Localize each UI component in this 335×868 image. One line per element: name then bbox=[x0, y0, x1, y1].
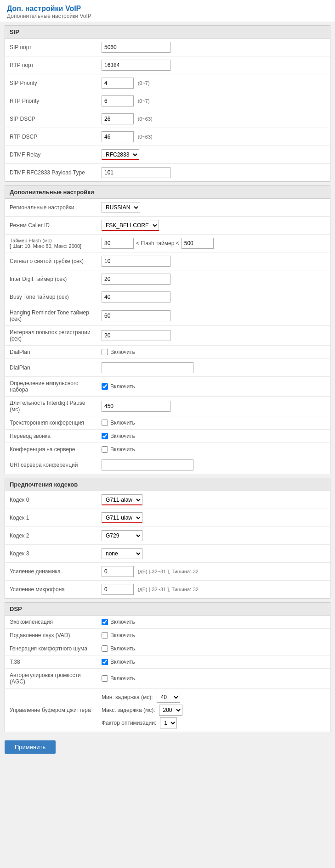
jitter-buffer-row: Управление буфером джиттера Мин. задержк… bbox=[5, 689, 330, 732]
speaker-gain-hint: (дБ) [-32~31 ], Тишина:-32 bbox=[138, 569, 199, 574]
sip-dscp-cell: (0~63) bbox=[97, 110, 330, 128]
dialplan-checkbox[interactable] bbox=[102, 349, 108, 355]
vad-checkbox[interactable] bbox=[102, 632, 108, 638]
echo-cancel-row: Эхокомпенсация Включить bbox=[5, 616, 330, 629]
codec3-select[interactable]: G711-alaw G711-ulaw G729 G722 none bbox=[102, 548, 142, 559]
rtp-dscp-cell: (0~63) bbox=[97, 128, 330, 146]
comfort-noise-label: Генерация комфортного шума bbox=[5, 642, 97, 655]
sip-section: SIP SIP порт RTP порт SIP Priority (0~7)… bbox=[5, 25, 330, 182]
call-transfer-checkbox[interactable] bbox=[102, 433, 108, 439]
jitter-buffer-cell: Мин. задержка (мс): 20 40 60 80 100 Макс… bbox=[97, 689, 330, 732]
caller-id-select[interactable]: FSK_BELLCORE DTMF FSK_V23 bbox=[102, 220, 159, 231]
dtmf-relay-select[interactable]: RFC2833 InBand SIP INFO bbox=[102, 149, 139, 160]
codec1-select[interactable]: G711-alaw G711-ulaw G729 G722 none bbox=[102, 512, 142, 523]
vad-container: Включить bbox=[102, 632, 325, 638]
sip-dscp-input[interactable] bbox=[102, 113, 134, 124]
codec0-row: Кодек 0 G711-alaw G711-ulaw G729 G722 no… bbox=[5, 491, 330, 509]
flash-timer-min-input[interactable] bbox=[102, 238, 134, 249]
jitter-max-label: Макс. задержка (мс): bbox=[102, 707, 155, 713]
t38-checkbox[interactable] bbox=[102, 659, 108, 665]
apply-button[interactable]: Применить bbox=[5, 740, 56, 754]
interdigit-timer-input[interactable] bbox=[102, 274, 170, 285]
dialplan-check-container: Включить bbox=[102, 349, 325, 355]
jitter-buffer-label: Управление буфером джиттера bbox=[5, 689, 97, 732]
pulse-dial-checkbox[interactable] bbox=[102, 383, 108, 390]
server-conf-label: Конференция на сервере bbox=[5, 443, 97, 456]
jitter-max-select[interactable]: 100 150 200 250 300 bbox=[159, 705, 182, 716]
vad-cell: Включить bbox=[97, 629, 330, 642]
codec0-cell: G711-alaw G711-ulaw G729 G722 none bbox=[97, 491, 330, 509]
codec0-select[interactable]: G711-alaw G711-ulaw G729 G722 none bbox=[102, 494, 142, 505]
rtp-port-label: RTP порт bbox=[5, 56, 97, 74]
rtp-priority-row: RTP Priority (0~7) bbox=[5, 92, 330, 110]
busy-tone-label: Busy Tone таймер (сек) bbox=[5, 288, 97, 306]
sip-port-input[interactable] bbox=[102, 42, 170, 53]
agc-checkbox[interactable] bbox=[102, 675, 108, 682]
comfort-noise-text: Включить bbox=[110, 645, 135, 652]
jitter-factor-label: Фактор оптимизации: bbox=[102, 720, 156, 726]
codec1-row: Кодек 1 G711-alaw G711-ulaw G729 G722 no… bbox=[5, 509, 330, 527]
interdigit-pause-row: Длительность Interdigit Pause (мс) bbox=[5, 397, 330, 416]
flash-timer-inputs: < Flash таймер < bbox=[102, 238, 325, 249]
three-way-checkbox[interactable] bbox=[102, 420, 108, 426]
sip-dscp-row: SIP DSCP (0~63) bbox=[5, 110, 330, 128]
dtmf-relay-row: DTMF Relay RFC2833 InBand SIP INFO bbox=[5, 146, 330, 164]
pulse-dial-cell: Включить bbox=[97, 377, 330, 397]
reg-retry-cell bbox=[97, 326, 330, 346]
offhook-signal-input[interactable] bbox=[102, 256, 170, 267]
interdigit-pause-input[interactable] bbox=[102, 401, 170, 412]
regional-cell: RUSSIAN USA EUROPE bbox=[97, 199, 330, 217]
dtmf-payload-input[interactable] bbox=[102, 167, 170, 178]
echo-cancel-container: Включить bbox=[102, 619, 325, 625]
offhook-signal-label: Сигнал о снятой трубке (сек) bbox=[5, 252, 97, 270]
page-title: Доп. настройки VoIP bbox=[7, 5, 328, 13]
t38-cell: Включить bbox=[97, 655, 330, 669]
hanging-reminder-input[interactable] bbox=[102, 310, 170, 321]
regional-select[interactable]: RUSSIAN USA EUROPE bbox=[102, 202, 140, 213]
vad-text: Включить bbox=[110, 632, 135, 638]
codec2-select[interactable]: G711-alaw G711-ulaw G729 G722 none bbox=[102, 530, 142, 541]
mic-gain-row: Усиление микрофона (дБ) [-32~31 ], Тишин… bbox=[5, 581, 330, 599]
hanging-reminder-cell bbox=[97, 306, 330, 326]
mic-gain-label: Усиление микрофона bbox=[5, 581, 97, 599]
regional-label: Региональные настройки bbox=[5, 199, 97, 217]
codec0-label: Кодек 0 bbox=[5, 491, 97, 509]
speaker-gain-cell: (дБ) [-32~31 ], Тишина:-32 bbox=[97, 563, 330, 581]
conf-uri-row: URI сервера конференций bbox=[5, 456, 330, 474]
codec3-row: Кодек 3 G711-alaw G711-ulaw G729 G722 no… bbox=[5, 545, 330, 563]
sip-priority-row: SIP Priority (0~7) bbox=[5, 74, 330, 92]
pulse-dial-container: Включить bbox=[102, 383, 325, 390]
codec3-label: Кодек 3 bbox=[5, 545, 97, 563]
mic-gain-input[interactable] bbox=[102, 584, 134, 595]
sip-priority-input[interactable] bbox=[102, 78, 134, 89]
rtp-port-input[interactable] bbox=[102, 60, 170, 71]
reg-retry-row: Интервал попыток регистрации (сек) bbox=[5, 326, 330, 346]
sip-priority-hint: (0~7) bbox=[138, 80, 150, 86]
conf-uri-input[interactable] bbox=[102, 459, 193, 470]
additional-section: Дополнительные настройки Региональные на… bbox=[5, 185, 330, 474]
server-conf-row: Конференция на сервере Включить bbox=[5, 443, 330, 456]
server-conf-checkbox[interactable] bbox=[102, 446, 108, 453]
vad-row: Подавление пауз (VAD) Включить bbox=[5, 629, 330, 642]
reg-retry-input[interactable] bbox=[102, 330, 170, 341]
rtp-dscp-input[interactable] bbox=[102, 131, 134, 142]
call-transfer-text: Включить bbox=[110, 433, 135, 439]
dsp-section-header: DSP bbox=[5, 603, 330, 616]
hanging-reminder-label: Hanging Reminder Tone таймер (сек) bbox=[5, 306, 97, 326]
busy-tone-input[interactable] bbox=[102, 291, 170, 302]
speaker-gain-input[interactable] bbox=[102, 566, 134, 577]
jitter-min-select[interactable]: 20 40 60 80 100 bbox=[157, 692, 180, 703]
dsp-form-table: Эхокомпенсация Включить Подавление пауз … bbox=[5, 616, 330, 732]
dialplan-value-input[interactable] bbox=[102, 362, 193, 373]
mic-gain-cell: (дБ) [-32~31 ], Тишина:-32 bbox=[97, 581, 330, 599]
rtp-priority-input[interactable] bbox=[102, 95, 134, 106]
codec3-cell: G711-alaw G711-ulaw G729 G722 none bbox=[97, 545, 330, 563]
agc-label: Авторегулировка громкости (AGC) bbox=[5, 669, 97, 689]
echo-cancel-checkbox[interactable] bbox=[102, 619, 108, 625]
comfort-noise-checkbox[interactable] bbox=[102, 645, 108, 652]
dialplan-check-cell: Включить bbox=[97, 346, 330, 359]
caller-id-row: Режим Caller ID FSK_BELLCORE DTMF FSK_V2… bbox=[5, 217, 330, 235]
rtp-dscp-hint: (0~63) bbox=[138, 134, 153, 140]
jitter-factor-select[interactable]: 1 2 3 4 5 bbox=[160, 717, 177, 728]
flash-timer-max-input[interactable] bbox=[182, 238, 214, 249]
